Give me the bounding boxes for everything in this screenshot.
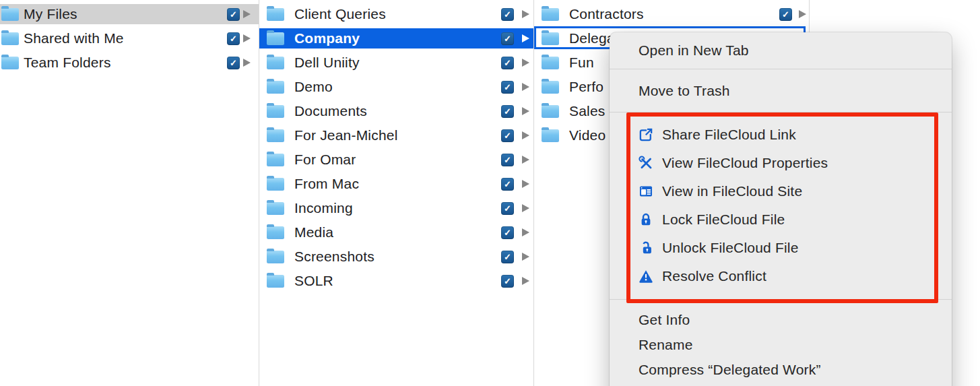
folder-row-solr[interactable]: SOLR✓ — [259, 269, 533, 293]
folder-icon — [1, 8, 19, 21]
disclosure-triangle-icon[interactable] — [522, 131, 529, 139]
folder-label: My Files — [24, 6, 77, 22]
menu-item-get-info[interactable]: Get Info — [610, 307, 952, 332]
folder-row-media[interactable]: Media✓ — [259, 220, 533, 245]
menu-item-label: Compress “Delegated Work” — [639, 362, 821, 378]
sync-checkbox[interactable]: ✓ — [227, 57, 240, 69]
folder-row-company[interactable]: Company✓ — [259, 26, 533, 51]
menu-item-view-in-filecloud-site[interactable]: View in FileCloud Site — [610, 177, 952, 205]
column-divider — [533, 0, 534, 386]
folder-row-for-jean-michel[interactable]: For Jean-Michel✓ — [259, 123, 533, 148]
warning-triangle-icon — [639, 269, 653, 284]
menu-item-resolve-conflict[interactable]: Resolve Conflict — [610, 262, 952, 290]
disclosure-triangle-icon[interactable] — [522, 228, 529, 236]
menu-item-lock-filecloud-file[interactable]: Lock FileCloud File — [610, 205, 952, 234]
folder-icon — [267, 178, 284, 191]
menu-item-move-to-trash[interactable]: Move to Trash — [610, 69, 952, 112]
folder-label: Shared with Me — [24, 30, 124, 46]
folder-icon — [542, 8, 559, 21]
menu-item-unlock-filecloud-file[interactable]: Unlock FileCloud File — [610, 234, 952, 262]
disclosure-triangle-icon[interactable] — [243, 10, 251, 18]
folder-icon — [267, 105, 284, 118]
menu-item-label: Get Info — [639, 312, 690, 328]
sync-checkbox[interactable]: ✓ — [501, 154, 514, 166]
disclosure-triangle-icon[interactable] — [522, 180, 529, 188]
sync-checkbox[interactable]: ✓ — [501, 8, 514, 21]
folder-row-client-queries[interactable]: Client Queries✓ — [259, 2, 533, 26]
folder-label: Documents — [294, 103, 367, 119]
disclosure-triangle-icon[interactable] — [522, 10, 529, 18]
folder-label: For Omar — [294, 152, 356, 168]
sync-checkbox[interactable]: ✓ — [779, 8, 792, 21]
disclosure-triangle-icon[interactable] — [522, 156, 529, 164]
sync-checkbox[interactable]: ✓ — [501, 81, 514, 94]
folder-row-shared-with-me[interactable]: Shared with Me✓ — [0, 26, 259, 51]
menu-item-label: Resolve Conflict — [662, 268, 766, 284]
folder-label: Team Folders — [24, 55, 111, 71]
menu-item-label: Unlock FileCloud File — [662, 240, 799, 256]
disclosure-triangle-icon[interactable] — [522, 253, 529, 261]
menu-item-open-in-new-tab[interactable]: Open in New Tab — [610, 32, 952, 69]
menu-item-compress-delegated-work[interactable]: Compress “Delegated Work” — [610, 357, 952, 382]
disclosure-triangle-icon[interactable] — [243, 59, 251, 67]
file-column: My Files✓Shared with Me✓Team Folders✓ — [0, 0, 259, 386]
folder-label: From Mac — [294, 176, 359, 192]
folder-label: Demo — [294, 79, 333, 95]
folder-row-incoming[interactable]: Incoming✓ — [259, 196, 533, 220]
folder-label: Dell Uniity — [294, 55, 360, 71]
menu-item-rename[interactable]: Rename — [610, 332, 952, 357]
menu-item-label: Share FileCloud Link — [662, 127, 796, 143]
folder-row-contractors[interactable]: Contractors✓ — [534, 2, 809, 26]
lock-icon — [639, 212, 653, 227]
sync-checkbox[interactable]: ✓ — [501, 226, 514, 239]
folder-label: Perfo — [569, 79, 603, 95]
sync-checkbox[interactable]: ✓ — [501, 178, 514, 191]
folder-label: Sales — [569, 103, 606, 119]
folder-row-screenshots[interactable]: Screenshots✓ — [259, 245, 533, 269]
folder-row-dell-uniity[interactable]: Dell Uniity✓ — [259, 51, 533, 75]
sync-checkbox[interactable]: ✓ — [501, 129, 514, 142]
folder-icon — [267, 57, 284, 69]
menu-section: Get InfoRenameCompress “Delegated Work” — [610, 300, 952, 382]
disclosure-triangle-icon[interactable] — [243, 34, 251, 42]
menu-section-filecloud: Share FileCloud LinkView FileCloud Prope… — [610, 112, 952, 299]
tools-icon — [639, 156, 653, 170]
folder-row-documents[interactable]: Documents✓ — [259, 99, 533, 123]
folder-icon — [267, 81, 284, 94]
folder-label: Company — [294, 30, 360, 46]
sync-checkbox[interactable]: ✓ — [227, 32, 240, 45]
disclosure-triangle-icon[interactable] — [522, 34, 529, 42]
sync-checkbox[interactable]: ✓ — [501, 251, 514, 263]
sync-checkbox[interactable]: ✓ — [501, 57, 514, 69]
folder-row-for-omar[interactable]: For Omar✓ — [259, 148, 533, 172]
sync-checkbox[interactable]: ✓ — [501, 32, 514, 45]
sync-checkbox[interactable]: ✓ — [501, 105, 514, 118]
share-link-icon — [639, 127, 653, 142]
folder-icon — [1, 57, 19, 69]
disclosure-triangle-icon[interactable] — [522, 204, 529, 212]
folder-row-from-mac[interactable]: From Mac✓ — [259, 172, 533, 196]
folder-icon — [267, 154, 284, 166]
disclosure-triangle-icon[interactable] — [522, 59, 529, 67]
folder-icon — [267, 129, 284, 142]
disclosure-triangle-icon[interactable] — [522, 83, 529, 91]
file-browser: My Files✓Shared with Me✓Team Folders✓ Cl… — [0, 0, 980, 386]
disclosure-triangle-icon[interactable] — [522, 107, 529, 115]
sync-checkbox[interactable]: ✓ — [501, 275, 514, 288]
menu-section: Open in New Tab — [610, 32, 952, 69]
folder-row-my-files[interactable]: My Files✓ — [0, 2, 259, 26]
sync-checkbox[interactable]: ✓ — [227, 8, 240, 21]
disclosure-triangle-icon[interactable] — [522, 277, 529, 285]
sync-checkbox[interactable]: ✓ — [501, 202, 514, 215]
menu-item-label: Move to Trash — [639, 83, 730, 99]
folder-row-team-folders[interactable]: Team Folders✓ — [0, 51, 259, 75]
menu-item-share-filecloud-link[interactable]: Share FileCloud Link — [610, 121, 952, 149]
folder-label: Contractors — [569, 6, 644, 22]
menu-item-view-filecloud-properties[interactable]: View FileCloud Properties — [610, 149, 952, 177]
folder-icon — [267, 226, 284, 239]
disclosure-triangle-icon[interactable] — [799, 10, 806, 18]
folder-icon — [542, 57, 559, 69]
folder-icon — [542, 81, 559, 94]
folder-row-demo[interactable]: Demo✓ — [259, 75, 533, 99]
context-menu: Open in New TabMove to TrashShare FileCl… — [610, 32, 952, 386]
